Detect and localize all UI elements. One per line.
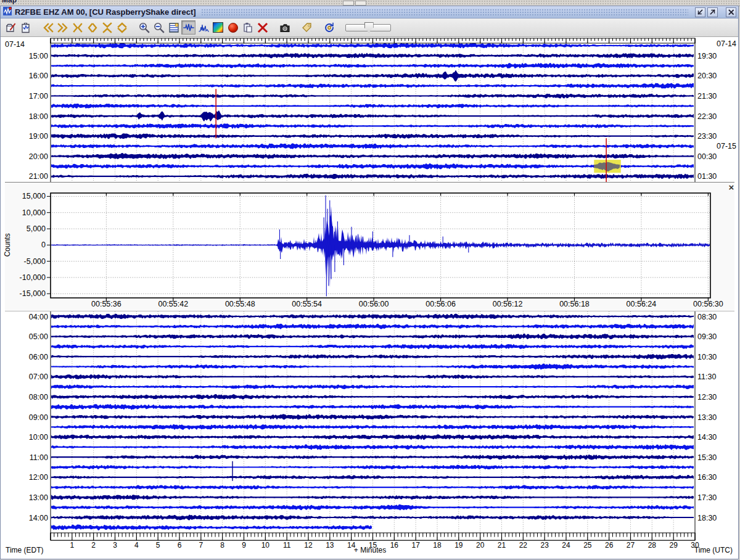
utc-time-label: 15:30 bbox=[697, 453, 717, 462]
tag-event-icon[interactable] bbox=[300, 20, 314, 35]
ytick-label: 0 bbox=[41, 241, 46, 249]
edt-time-label: 04:00 bbox=[29, 313, 48, 321]
utc-time-label: 20:30 bbox=[697, 72, 717, 80]
ytick-label: -10,000 bbox=[20, 273, 46, 282]
date-label: 07-15 bbox=[717, 142, 736, 150]
utc-time-label: 01:30 bbox=[697, 172, 717, 181]
xtick-label: 00:56:18 bbox=[559, 300, 590, 308]
event-marker-line bbox=[215, 89, 216, 138]
background-window-fragment bbox=[343, 1, 354, 6]
window-title: R2FBE EHZ AM 00, [CU RaspberryShake dire… bbox=[15, 7, 196, 17]
slider-thumb[interactable] bbox=[364, 22, 374, 33]
xtick-label: 00:56:06 bbox=[426, 300, 456, 308]
zoom-out-icon[interactable] bbox=[152, 20, 166, 35]
xtick-label: 00:55:42 bbox=[158, 300, 188, 308]
wave-inset-panel: 15,00010,0005,0000-5,000-10,000-15,00000… bbox=[3, 182, 734, 311]
ytick-label: 5,000 bbox=[27, 224, 46, 233]
utc-time-label: 16:30 bbox=[697, 473, 717, 482]
edt-time-label: 15:00 bbox=[29, 52, 48, 60]
compress-time-icon[interactable] bbox=[70, 20, 84, 35]
desktop: Map R2FBE EHZ AM 00, [CU RaspberryShake … bbox=[0, 0, 740, 560]
edt-time-label: 14:00 bbox=[29, 514, 48, 522]
utc-time-label: 10:30 bbox=[697, 353, 717, 361]
xtick-label: 00:55:48 bbox=[225, 300, 255, 308]
edt-time-label: 10:00 bbox=[29, 433, 48, 442]
helicorder-view-icon[interactable] bbox=[166, 20, 181, 35]
date-label: 07-14 bbox=[717, 39, 736, 48]
reset-autoscale-icon[interactable] bbox=[322, 20, 336, 35]
xtick-label: 00:55:36 bbox=[91, 300, 121, 308]
edt-time-label: 05:00 bbox=[29, 332, 48, 341]
ytick-label: 10,000 bbox=[22, 208, 46, 217]
wave-ylabel: Counts bbox=[3, 233, 12, 257]
event-marker-line bbox=[606, 138, 607, 184]
time-utc-label: Time (UTC) bbox=[694, 546, 733, 554]
utc-time-label: 19:30 bbox=[697, 52, 717, 60]
increase-amplitude-icon[interactable] bbox=[115, 20, 129, 35]
rsam-view-icon[interactable] bbox=[226, 20, 240, 35]
date-label: 07-14 bbox=[5, 40, 25, 49]
edt-time-label: 13:00 bbox=[29, 493, 48, 502]
edt-time-label: 19:00 bbox=[29, 132, 48, 141]
toolbar bbox=[1, 19, 738, 37]
edt-time-label: 08:00 bbox=[29, 393, 48, 401]
utc-time-label: 00:30 bbox=[697, 152, 717, 161]
helicorder-top: 15:0016:0017:0018:0019:0020:0021:0019:30… bbox=[5, 38, 736, 184]
xtick-label: 00:56:24 bbox=[627, 300, 657, 308]
edt-time-label: 17:00 bbox=[29, 92, 48, 101]
utc-time-label: 14:30 bbox=[697, 433, 717, 442]
xtick-label: 00:55:54 bbox=[292, 300, 322, 308]
copy-clipboard-icon[interactable] bbox=[240, 20, 255, 35]
close-window-button[interactable] bbox=[726, 7, 736, 17]
edt-time-label: 12:00 bbox=[29, 473, 48, 482]
utc-time-label: 09:30 bbox=[697, 332, 717, 341]
helicorder-bottom: 04:0005:0006:0007:0008:0009:0010:0011:00… bbox=[29, 311, 717, 550]
utc-time-label: 13:30 bbox=[697, 413, 717, 422]
ytick-label: 15,000 bbox=[22, 192, 46, 200]
xtick-label: 00:56:30 bbox=[693, 300, 723, 308]
xtick-label: 00:56:12 bbox=[493, 300, 523, 308]
spectrogram-view-icon[interactable] bbox=[211, 20, 225, 35]
utc-time-label: 23:30 bbox=[697, 132, 717, 141]
utc-time-label: 11:30 bbox=[697, 373, 716, 381]
utc-time-label: 18:30 bbox=[697, 514, 717, 522]
remove-wave-icon[interactable] bbox=[255, 20, 269, 35]
ytick-label: -15,000 bbox=[20, 289, 46, 298]
utc-time-label: 22:30 bbox=[697, 112, 717, 121]
edt-time-label: 06:00 bbox=[29, 353, 48, 361]
utc-time-label: 08:30 bbox=[697, 313, 717, 321]
maximize-window-button[interactable] bbox=[707, 7, 718, 17]
scroll-forward-icon[interactable] bbox=[56, 20, 70, 35]
reduce-amplitude-icon[interactable] bbox=[100, 20, 114, 35]
utc-time-label: 12:30 bbox=[697, 393, 717, 401]
wave-clipboard-icon[interactable] bbox=[18, 20, 33, 35]
wave-view-icon[interactable] bbox=[181, 20, 195, 35]
edt-time-label: 11:00 bbox=[30, 453, 48, 462]
open-data-icon[interactable] bbox=[4, 20, 18, 35]
zoom-in-icon[interactable] bbox=[137, 20, 151, 35]
expand-time-icon[interactable] bbox=[85, 20, 99, 35]
edt-time-label: 18:00 bbox=[29, 112, 48, 121]
edt-time-label: 09:00 bbox=[29, 413, 48, 422]
spectra-view-icon[interactable] bbox=[196, 20, 210, 35]
helicorder-workspace: 15:0016:0017:0018:0019:0020:0021:0019:30… bbox=[0, 36, 740, 558]
titlebar-texture bbox=[201, 9, 688, 16]
window-titlebar[interactable]: R2FBE EHZ AM 00, [CU RaspberryShake dire… bbox=[1, 6, 738, 19]
xtick-label: 00:56:00 bbox=[359, 300, 389, 308]
utc-time-label: 17:30 bbox=[697, 493, 717, 502]
restore-window-button[interactable] bbox=[695, 7, 705, 17]
edt-time-label: 16:00 bbox=[29, 72, 48, 80]
plus-minutes-label: + Minutes bbox=[0, 546, 740, 554]
ytick-label: -5,000 bbox=[24, 257, 46, 266]
utc-time-label: 21:30 bbox=[697, 92, 717, 101]
background-window-fragment bbox=[355, 1, 366, 6]
edt-time-label: 21:00 bbox=[29, 172, 48, 181]
background-window-title: Map bbox=[2, 0, 17, 4]
window-icon bbox=[2, 6, 12, 19]
edt-time-label: 07:00 bbox=[29, 373, 48, 381]
edt-time-label: 20:00 bbox=[29, 152, 48, 161]
capture-image-icon[interactable] bbox=[278, 20, 292, 35]
inset-close-icon[interactable]: × bbox=[726, 183, 736, 192]
time-scale-slider[interactable] bbox=[345, 24, 391, 31]
scroll-back-icon[interactable] bbox=[41, 20, 55, 35]
